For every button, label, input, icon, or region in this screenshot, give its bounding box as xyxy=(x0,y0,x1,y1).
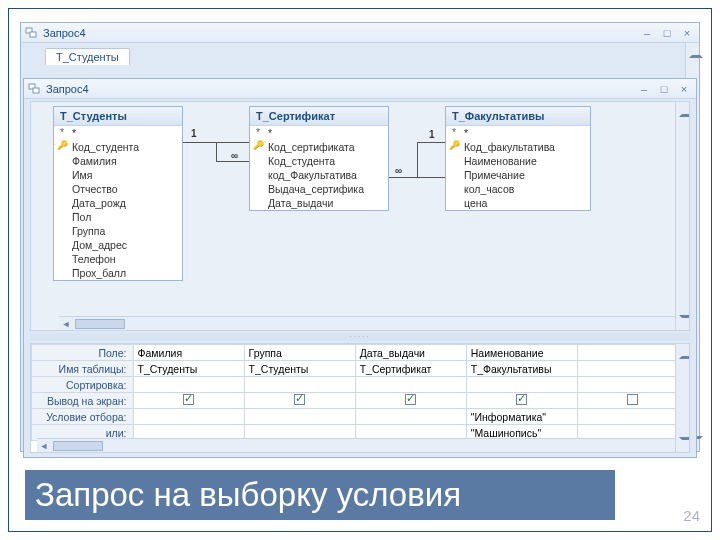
scroll-left-icon[interactable]: ◄ xyxy=(37,441,51,451)
field-row[interactable]: Прох_балл xyxy=(54,266,182,280)
grid-cell[interactable] xyxy=(466,377,577,393)
table-students[interactable]: Т_Студенты * Код_студента Фамилия Имя От… xyxy=(53,106,183,281)
grid-cell[interactable] xyxy=(577,377,688,393)
window-title-back: Запрос4 xyxy=(43,27,86,39)
grid-cell[interactable] xyxy=(133,393,244,409)
table-tab-back[interactable]: Т_Студенты xyxy=(45,48,130,65)
field-row[interactable]: Отчество xyxy=(54,182,182,196)
field-row[interactable]: Дата_рожд xyxy=(54,196,182,210)
relationship-diagram[interactable]: Т_Студенты * Код_студента Фамилия Имя От… xyxy=(30,101,690,331)
field-row[interactable]: код_Факультатива xyxy=(250,168,388,182)
relation-line xyxy=(216,142,217,162)
grid-cell[interactable] xyxy=(355,393,466,409)
field-row[interactable]: * xyxy=(250,126,388,140)
grid-cell[interactable] xyxy=(133,409,244,425)
grid-cell[interactable]: Т_Сертификат xyxy=(355,361,466,377)
relation-line xyxy=(216,161,249,162)
relation-many: ∞ xyxy=(395,165,402,176)
vertical-scrollbar[interactable] xyxy=(675,344,689,452)
grid-row-show: Вывод на экран: xyxy=(32,393,689,409)
field-row[interactable]: * xyxy=(54,126,182,140)
grid-cell[interactable] xyxy=(244,393,355,409)
grid-cell[interactable] xyxy=(133,377,244,393)
row-label: Сортировка: xyxy=(32,377,134,393)
field-row[interactable]: Выдача_сертифика xyxy=(250,182,388,196)
grid-cell[interactable] xyxy=(244,409,355,425)
grid-cell[interactable]: Фамилия xyxy=(133,345,244,361)
grid-row-sort: Сортировка: xyxy=(32,377,689,393)
field-row[interactable]: Примечание xyxy=(446,168,590,182)
grid-cell[interactable]: Группа xyxy=(244,345,355,361)
show-checkbox[interactable] xyxy=(183,394,194,405)
scroll-thumb[interactable] xyxy=(53,441,103,451)
field-row[interactable]: * xyxy=(446,126,590,140)
grid-cell[interactable]: Наименование xyxy=(466,345,577,361)
relation-many: ∞ xyxy=(231,150,238,161)
titlebar-front[interactable]: Запрос4 – □ × xyxy=(24,79,696,99)
field-row[interactable]: Код_студента xyxy=(54,140,182,154)
grid-row-criteria: Условие отбора: "Информатика" xyxy=(32,409,689,425)
close-button[interactable]: × xyxy=(676,82,692,96)
field-row[interactable]: Группа xyxy=(54,224,182,238)
minimize-button[interactable]: – xyxy=(636,82,652,96)
grid-cell[interactable] xyxy=(355,409,466,425)
horizontal-scrollbar[interactable]: ◄ xyxy=(37,438,675,452)
table-title: Т_Студенты xyxy=(54,107,182,126)
field-row[interactable]: кол_часов xyxy=(446,182,590,196)
scroll-left-icon[interactable]: ◄ xyxy=(59,319,73,329)
show-checkbox[interactable] xyxy=(405,394,416,405)
grid-cell[interactable] xyxy=(244,377,355,393)
qbe-grid[interactable]: Поле: Фамилия Группа Дата_выдачи Наимено… xyxy=(30,343,690,453)
maximize-button[interactable]: □ xyxy=(656,82,672,96)
horizontal-scrollbar[interactable]: ◄ xyxy=(59,316,675,330)
slide-caption: Запрос на выборку условия xyxy=(25,470,615,520)
grid-row-table: Имя таблицы: Т_Студенты Т_Студенты Т_Сер… xyxy=(32,361,689,377)
field-row[interactable]: Пол xyxy=(54,210,182,224)
field-row[interactable]: Имя xyxy=(54,168,182,182)
grid-cell[interactable] xyxy=(355,377,466,393)
table-certificate[interactable]: Т_Сертификат * Код_сертификата Код_студе… xyxy=(249,106,389,211)
relation-line xyxy=(417,142,445,143)
titlebar-back[interactable]: Запрос4 – □ × xyxy=(21,23,699,43)
row-label: Условие отбора: xyxy=(32,409,134,425)
pane-splitter[interactable]: ····· xyxy=(30,333,690,341)
query-window-front: Запрос4 – □ × Т_Студенты * Код_студента … xyxy=(23,78,697,458)
close-button[interactable]: × xyxy=(679,26,695,40)
field-row[interactable]: Код_студента xyxy=(250,154,388,168)
grid-cell[interactable]: Т_Студенты xyxy=(133,361,244,377)
table-electives[interactable]: Т_Факультативы * Код_факультатива Наимен… xyxy=(445,106,591,211)
table-title: Т_Сертификат xyxy=(250,107,388,126)
grid-cell[interactable]: Т_Студенты xyxy=(244,361,355,377)
grid-cell[interactable]: Т_Факультативы xyxy=(466,361,577,377)
field-row[interactable]: Телефон xyxy=(54,252,182,266)
grid-cell[interactable] xyxy=(577,345,688,361)
field-row[interactable]: Фамилия xyxy=(54,154,182,168)
row-label: Имя таблицы: xyxy=(32,361,134,377)
relation-one: 1 xyxy=(191,128,197,139)
grid-row-field: Поле: Фамилия Группа Дата_выдачи Наимено… xyxy=(32,345,689,361)
grid-cell[interactable] xyxy=(577,393,688,409)
grid-cell[interactable]: Дата_выдачи xyxy=(355,345,466,361)
grid-cell[interactable] xyxy=(577,409,688,425)
show-checkbox[interactable] xyxy=(294,394,305,405)
svg-rect-3 xyxy=(33,88,39,93)
query-icon xyxy=(25,27,39,39)
maximize-button[interactable]: □ xyxy=(659,26,675,40)
grid-cell[interactable]: "Информатика" xyxy=(466,409,577,425)
field-row[interactable]: Код_сертификата xyxy=(250,140,388,154)
field-row[interactable]: Код_факультатива xyxy=(446,140,590,154)
field-row[interactable]: Наименование xyxy=(446,154,590,168)
table-title: Т_Факультативы xyxy=(446,107,590,126)
vertical-scrollbar[interactable] xyxy=(675,102,689,330)
scroll-thumb[interactable] xyxy=(75,319,125,329)
field-row[interactable]: цена xyxy=(446,196,590,210)
field-row[interactable]: Дата_выдачи xyxy=(250,196,388,210)
show-checkbox[interactable] xyxy=(516,394,527,405)
minimize-button[interactable]: – xyxy=(639,26,655,40)
show-checkbox[interactable] xyxy=(627,394,638,405)
query-icon xyxy=(28,83,42,95)
relation-one: 1 xyxy=(429,129,435,140)
grid-cell[interactable] xyxy=(577,361,688,377)
grid-cell[interactable] xyxy=(466,393,577,409)
field-row[interactable]: Дом_адрес xyxy=(54,238,182,252)
